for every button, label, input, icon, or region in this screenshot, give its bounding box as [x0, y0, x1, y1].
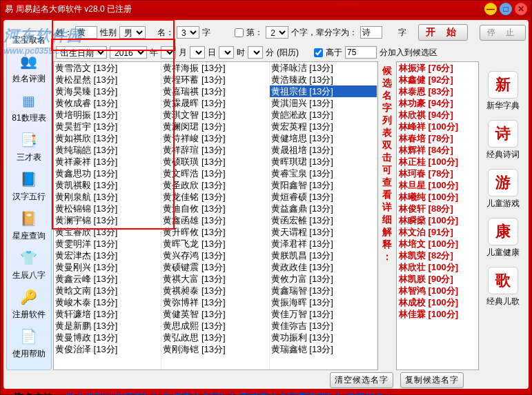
- name-item[interactable]: 黄海昊臻 [13分]: [54, 85, 161, 97]
- name-item[interactable]: 黄祥海振 [13分]: [161, 62, 268, 74]
- name-item[interactable]: 黄泽君祥 [13分]: [270, 238, 377, 250]
- name-item[interactable]: 黄淇沺兴 [13分]: [270, 97, 377, 109]
- candidate-item[interactable]: 林瞬燊 [100分]: [397, 214, 478, 226]
- name-item[interactable]: 黄晖琪珺 [13分]: [270, 156, 377, 168]
- threshold-checkbox[interactable]: [314, 48, 323, 57]
- name-item[interactable]: 黄霖晟晖 [13分]: [161, 97, 268, 109]
- copy-candidates-button[interactable]: 复制候选名字: [400, 372, 464, 388]
- name-item[interactable]: 黄鑫函雄 [13分]: [161, 214, 268, 226]
- name-item[interactable]: 黄祥辞瑄 [13分]: [161, 144, 268, 156]
- name-item[interactable]: 黄诗祥峻 [13分]: [161, 132, 268, 144]
- clear-candidates-button[interactable]: 清空候选名字: [330, 372, 393, 388]
- candidate-list[interactable]: 林振泽 [76分]林鑫健 [92分]林泰恩 [83分]林功豪 [94分]林欣祺 …: [396, 61, 479, 370]
- name-item[interactable]: 黄琪文智 [13分]: [161, 109, 268, 121]
- name-item[interactable]: 黄思成熙 [13分]: [161, 320, 268, 332]
- name-item[interactable]: 黄迪自攸 [13分]: [161, 203, 268, 214]
- sidebar-item-三才表[interactable]: 📑三才表: [12, 127, 46, 166]
- name-item[interactable]: 黄泽咏洁 [13分]: [270, 62, 377, 74]
- close-button[interactable]: ✕: [515, 3, 527, 15]
- name-item[interactable]: 黄晟祖培 [13分]: [270, 144, 377, 156]
- candidate-item[interactable]: 林欣壮 [100分]: [397, 261, 478, 273]
- day-select[interactable]: 5: [190, 46, 205, 59]
- name-item[interactable]: 黄鑫瑞智 [13分]: [270, 285, 377, 296]
- name-item[interactable]: 黄函宏雒 [13分]: [270, 214, 377, 226]
- candidate-item[interactable]: 林辉祥 [84分]: [397, 144, 478, 156]
- name-item[interactable]: 黄程环蓄 [13分]: [161, 74, 268, 85]
- name-item[interactable]: 黄皑淞政 [13分]: [270, 109, 377, 121]
- name-item[interactable]: 黄益鑫鼎 [13分]: [270, 203, 377, 214]
- name-item[interactable]: 黄政政佳 [13分]: [270, 261, 377, 273]
- name-item[interactable]: 黄祥豪祥 [13分]: [54, 156, 161, 168]
- candidate-item[interactable]: 林文泊 [91分]: [397, 226, 478, 238]
- name-item[interactable]: 黄攸力富 [13分]: [270, 273, 377, 285]
- name-item[interactable]: 黄祖宗佳 [13分]: [270, 85, 377, 97]
- sidebar-right-item-经典诗词[interactable]: 诗经典诗词: [486, 117, 520, 163]
- candidate-item[interactable]: 林峰祥 [100分]: [397, 121, 478, 132]
- name-item[interactable]: 黄健英智 [13分]: [161, 308, 268, 320]
- second-checkbox[interactable]: [235, 28, 244, 37]
- maximize-button[interactable]: □: [500, 3, 512, 15]
- name-item[interactable]: 黄弘政思 [13分]: [161, 332, 268, 343]
- name-item[interactable]: 黄佳万智 [13分]: [270, 308, 377, 320]
- candidate-item[interactable]: 林振泽 [76分]: [397, 62, 478, 74]
- name-item[interactable]: 黄龙佳铭 [13分]: [161, 191, 268, 203]
- month-select[interactable]: 5: [161, 46, 176, 59]
- name-item[interactable]: 黄文晖浩 [13分]: [161, 168, 268, 179]
- name-item[interactable]: 黄睿宝泉 [13分]: [270, 168, 377, 179]
- name-item[interactable]: 黄健培思 [13分]: [270, 132, 377, 144]
- candidate-item[interactable]: 林培文 [100分]: [397, 238, 478, 250]
- name-item[interactable]: 黄凯祺毅 [13分]: [54, 179, 161, 191]
- candidate-item[interactable]: 林曦纯 [100分]: [397, 191, 478, 203]
- candidate-item[interactable]: 林鑫健 [92分]: [397, 74, 478, 85]
- name-item[interactable]: 黄昊哲宇 [13分]: [54, 121, 161, 132]
- name-item[interactable]: 黄雯明洋 [13分]: [54, 238, 161, 250]
- start-button[interactable]: 开 始: [418, 24, 468, 41]
- candidate-item[interactable]: 林佳霖 [100分]: [397, 308, 478, 320]
- name-item[interactable]: 黄晖飞龙 [13分]: [161, 238, 268, 250]
- year-select[interactable]: 2016: [110, 46, 147, 59]
- name-item[interactable]: 黄攸成睿 [13分]: [54, 97, 161, 109]
- sidebar-right-item-新华字典[interactable]: 新新华字典: [486, 68, 520, 114]
- sidebar-right-item-经典儿歌[interactable]: 歌经典儿歌: [486, 264, 520, 310]
- sidebar-item-汉字五行[interactable]: 📘汉字五行: [12, 166, 46, 205]
- name-item[interactable]: 黄是新鹏 [13分]: [54, 320, 161, 332]
- name-item[interactable]: 黄俊治泽 [13分]: [54, 343, 161, 355]
- candidate-item[interactable]: 林泰恩 [83分]: [397, 85, 478, 97]
- stop-button[interactable]: 停 止: [480, 25, 526, 41]
- name-item[interactable]: 黄宝睿欣 [13分]: [54, 226, 161, 238]
- name-item[interactable]: 黄升晖攸 [13分]: [161, 226, 268, 238]
- sidebar-item-姓名评测[interactable]: 👥姓名评测: [12, 48, 46, 88]
- name-item[interactable]: 黄峻木泰 [13分]: [54, 296, 161, 308]
- birthdate-select[interactable]: 出生日期: [56, 46, 107, 59]
- surname-input[interactable]: [75, 26, 97, 39]
- name-item[interactable]: 黄雪浩文 [13分]: [54, 62, 161, 74]
- name-item[interactable]: 黄圣政欣 [13分]: [161, 179, 268, 191]
- name-item[interactable]: 黄松星然 [13分]: [54, 74, 161, 85]
- name-item[interactable]: 黄纯瑞皑 [13分]: [54, 144, 161, 156]
- candidate-item[interactable]: 林珂春 [78分]: [397, 168, 478, 179]
- name-list[interactable]: 黄雪浩文 [13分]黄松星然 [13分]黄海昊臻 [13分]黄攸成睿 [13分]…: [53, 61, 378, 370]
- name-item[interactable]: 黄烜睿硕 [13分]: [270, 191, 377, 203]
- gender-select[interactable]: 男: [119, 26, 146, 39]
- name-item[interactable]: 黄祺昶泰 [13分]: [161, 285, 268, 296]
- candidate-item[interactable]: 林成校 [100分]: [397, 296, 478, 308]
- threshold-input[interactable]: [345, 46, 377, 59]
- sidebar-item-生辰八字[interactable]: 👕生辰八字: [12, 245, 46, 284]
- tab-head[interactable]: 宝宝取名: [7, 33, 51, 48]
- candidate-item[interactable]: 林旦星 [100分]: [397, 179, 478, 191]
- candidate-item[interactable]: 林功豪 [94分]: [397, 97, 478, 109]
- hour-select[interactable]: 5: [219, 46, 234, 59]
- name-item[interactable]: 黄宏津杰 [13分]: [54, 250, 161, 261]
- minute-select[interactable]: 5: [248, 46, 263, 59]
- name-item[interactable]: 黄朕凯昌 [13分]: [270, 250, 377, 261]
- name-item[interactable]: 黄鑫思功 [13分]: [54, 168, 161, 179]
- name-item[interactable]: 黄硕键震 [13分]: [161, 261, 268, 273]
- candidate-item[interactable]: 林凯荣 [82分]: [397, 250, 478, 261]
- sidebar-item-81数理表[interactable]: ▦81数理表: [12, 88, 46, 127]
- name-item[interactable]: 黄如祺欣 [13分]: [54, 132, 161, 144]
- name-item[interactable]: 黄澜闵珺 [13分]: [161, 121, 268, 132]
- candidate-item[interactable]: 林智鸿 [100分]: [397, 285, 478, 296]
- name-item[interactable]: 黄轩濂培 [13分]: [54, 308, 161, 320]
- candidate-item[interactable]: 林春培 [78分]: [397, 132, 478, 144]
- sidebar-right-item-儿童健康[interactable]: 康儿童健康: [486, 215, 520, 261]
